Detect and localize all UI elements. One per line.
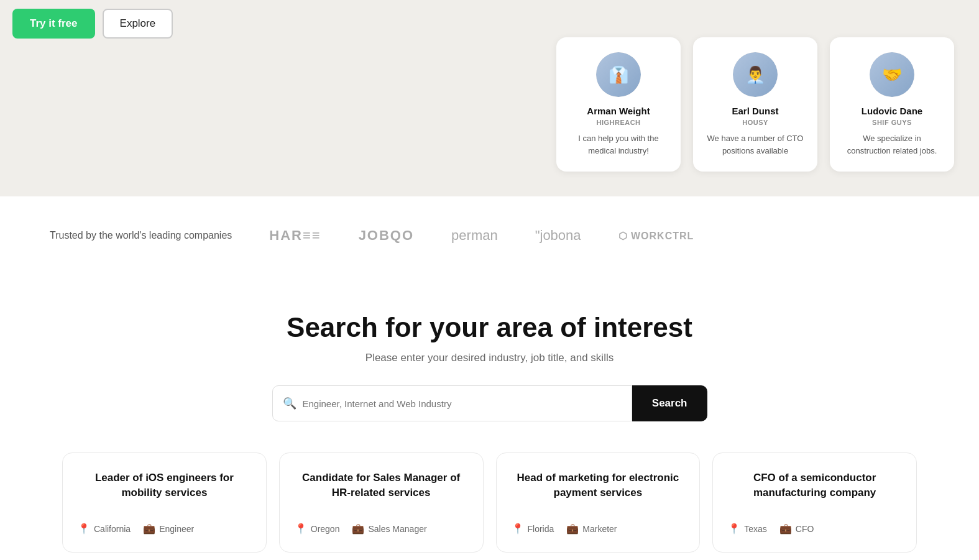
job-meta-2: 📍 Florida 💼 Marketer <box>512 523 685 535</box>
avatar-0: 👔 <box>596 52 641 97</box>
logo-haree: HAR≡≡ <box>269 227 321 244</box>
explore-button[interactable]: Explore <box>103 9 173 39</box>
search-button[interactable]: Search <box>632 385 707 421</box>
recruiter-company-2: SHIF GUYS <box>842 119 942 126</box>
role-text-1: Sales Manager <box>368 524 426 534</box>
briefcase-icon-0: 💼 <box>143 523 155 535</box>
search-icon: 🔍 <box>283 397 296 410</box>
logos-row: HAR≡≡ JOBQO perman "jobona ⬡ WORKCTRL <box>269 227 929 244</box>
role-text-0: Engineer <box>159 524 194 534</box>
role-3: 💼 CFO <box>779 523 814 535</box>
job-title-1: Candidate for Sales Manager of HR-relate… <box>295 470 468 505</box>
location-2: 📍 Florida <box>512 523 554 535</box>
job-meta-0: 📍 California 💼 Engineer <box>78 523 251 535</box>
recruiter-desc-2: We specialize in construction related jo… <box>842 132 942 157</box>
location-icon-3: 📍 <box>728 523 740 535</box>
location-icon-2: 📍 <box>512 523 524 535</box>
search-bar: 🔍 Search <box>272 385 707 421</box>
logo-jobona: "jobona <box>535 227 581 244</box>
search-subtitle: Please enter your desired industry, job … <box>25 352 954 364</box>
job-card-2[interactable]: Head of marketing for electronic payment… <box>496 452 701 553</box>
job-cards-grid: Leader of iOS engineers for mobility ser… <box>25 452 954 560</box>
search-title: Search for your area of interest <box>25 312 954 343</box>
job-card-0[interactable]: Leader of iOS engineers for mobility ser… <box>62 452 267 553</box>
recruiter-card-0: 👔 Arman Weight HIGHREACH I can help you … <box>556 37 681 172</box>
logo-workctrl: ⬡ WORKCTRL <box>618 230 694 242</box>
role-text-3: CFO <box>796 524 814 534</box>
avatar-1: 👨‍💼 <box>733 52 778 97</box>
role-1: 💼 Sales Manager <box>352 523 426 535</box>
recruiter-company-1: housy <box>706 119 805 126</box>
location-text-3: Texas <box>744 524 767 534</box>
recruiter-cards: 👔 Arman Weight HIGHREACH I can help you … <box>556 37 954 172</box>
recruiter-company-0: HIGHREACH <box>569 119 668 126</box>
top-nav: Try it free Explore <box>0 0 185 47</box>
job-meta-1: 📍 Oregon 💼 Sales Manager <box>295 523 468 535</box>
recruiter-name-0: Arman Weight <box>569 106 668 116</box>
search-section: Search for your area of interest Please … <box>0 275 979 560</box>
avatar-img-0: 👔 <box>596 52 641 97</box>
briefcase-icon-1: 💼 <box>352 523 364 535</box>
logo-perman: perman <box>451 227 498 244</box>
recruiter-card-2: 🤝 Ludovic Dane SHIF GUYS We specialize i… <box>830 37 954 172</box>
location-icon-1: 📍 <box>295 523 307 535</box>
job-card-1[interactable]: Candidate for Sales Manager of HR-relate… <box>279 452 484 553</box>
trusted-section: Trusted by the world's leading companies… <box>0 196 979 275</box>
search-input[interactable] <box>303 398 622 409</box>
trusted-label: Trusted by the world's leading companies <box>50 228 232 243</box>
job-meta-3: 📍 Texas 💼 CFO <box>728 523 901 535</box>
role-0: 💼 Engineer <box>143 523 194 535</box>
recruiter-desc-1: We have a number of CTO positions availa… <box>706 132 805 157</box>
recruiter-name-2: Ludovic Dane <box>842 106 942 116</box>
job-title-0: Leader of iOS engineers for mobility ser… <box>78 470 251 505</box>
try-free-button[interactable]: Try it free <box>12 9 95 39</box>
location-text-2: Florida <box>528 524 554 534</box>
avatar-img-2: 🤝 <box>870 52 914 97</box>
recruiter-card-1: 👨‍💼 Earl Dunst housy We have a number of… <box>693 37 817 172</box>
job-card-3[interactable]: CFO of a semiconductor manufacturing com… <box>712 452 917 553</box>
location-text-0: California <box>94 524 131 534</box>
recruiter-desc-0: I can help you with the medical industry… <box>569 132 668 157</box>
avatar-2: 🤝 <box>870 52 914 97</box>
location-text-1: Oregon <box>311 524 340 534</box>
search-input-wrap: 🔍 <box>272 385 632 421</box>
logo-jobqo: JOBQO <box>359 227 414 244</box>
briefcase-icon-3: 💼 <box>779 523 792 535</box>
role-2: 💼 Marketer <box>566 523 617 535</box>
location-3: 📍 Texas <box>728 523 767 535</box>
location-1: 📍 Oregon <box>295 523 340 535</box>
briefcase-icon-2: 💼 <box>566 523 579 535</box>
recruiter-name-1: Earl Dunst <box>706 106 805 116</box>
avatar-img-1: 👨‍💼 <box>733 52 778 97</box>
job-title-2: Head of marketing for electronic payment… <box>512 470 685 505</box>
job-title-3: CFO of a semiconductor manufacturing com… <box>728 470 901 505</box>
role-text-2: Marketer <box>582 524 617 534</box>
location-0: 📍 California <box>78 523 131 535</box>
location-icon-0: 📍 <box>78 523 90 535</box>
